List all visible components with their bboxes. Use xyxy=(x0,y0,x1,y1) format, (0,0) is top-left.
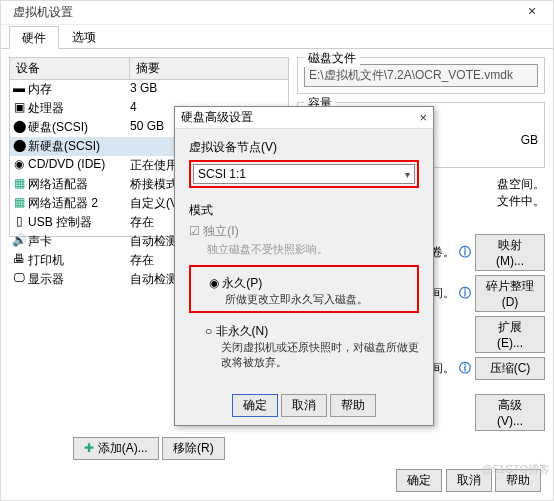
expand-button[interactable]: 扩展(E)... xyxy=(475,316,545,353)
modal-body: 虚拟设备节点(V) SCSI 1:1 ▾ 模式 ☑ 独立(I) 独立磁盘不受快照… xyxy=(175,129,433,380)
vnode-select[interactable]: SCSI 1:1 ▾ xyxy=(193,164,415,184)
info-icon: ⓘ xyxy=(459,360,471,377)
network-icon: ▦ xyxy=(10,195,28,212)
display-icon: 🖵 xyxy=(10,271,28,288)
disk-file-group: 磁盘文件 E:\虚拟机文件\7.2A\OCR_VOTE.vmdk xyxy=(297,57,545,94)
highlight-permanent: ◉ 永久(P) 所做更改立即永久写入磁盘。 xyxy=(189,265,419,313)
device-row[interactable]: ▬内存3 GB xyxy=(10,80,288,99)
modal-buttons: 确定 取消 帮助 xyxy=(175,394,433,417)
usb-icon: ▯ xyxy=(10,214,28,231)
map-button[interactable]: 映射(M)... xyxy=(475,234,545,271)
window-title: 虚拟机设置 xyxy=(13,4,73,21)
vnode-label: 虚拟设备节点(V) xyxy=(189,139,419,156)
add-button[interactable]: ✚ 添加(A)... xyxy=(73,437,158,460)
defrag-button[interactable]: 碎片整理(D) xyxy=(475,275,545,312)
compress-button[interactable]: 压缩(C) xyxy=(475,357,545,380)
close-icon[interactable]: × xyxy=(517,3,547,19)
nonpermanent-radio[interactable]: ○ 非永久(N) xyxy=(205,323,419,340)
disk-icon: ⬤ xyxy=(10,119,28,136)
info-icon: ⓘ xyxy=(459,285,471,302)
ok-button[interactable]: 确定 xyxy=(232,394,278,417)
tab-options[interactable]: 选项 xyxy=(59,25,109,48)
chevron-down-icon: ▾ xyxy=(405,169,410,180)
independent-desc: 独立磁盘不受快照影响。 xyxy=(207,242,419,257)
device-buttons: ✚ 添加(A)... 移除(R) xyxy=(9,437,289,460)
group-title: 磁盘文件 xyxy=(304,50,360,67)
titlebar: 虚拟机设置 × xyxy=(1,1,553,25)
sound-icon: 🔊 xyxy=(10,233,28,250)
disk-path: E:\虚拟机文件\7.2A\OCR_VOTE.vmdk xyxy=(304,64,538,87)
info-icon: ⓘ xyxy=(459,244,471,261)
modal-title: 硬盘高级设置 xyxy=(181,109,419,126)
remove-button[interactable]: 移除(R) xyxy=(162,437,225,460)
cpu-icon: ▣ xyxy=(10,100,28,117)
close-icon[interactable]: × xyxy=(419,110,427,125)
tab-hardware[interactable]: 硬件 xyxy=(9,26,59,49)
advanced-button[interactable]: 高级(V)... xyxy=(475,394,545,431)
col-device[interactable]: 设备 xyxy=(10,58,130,79)
memory-icon: ▬ xyxy=(10,81,28,98)
disk-advanced-dialog: 硬盘高级设置 × 虚拟设备节点(V) SCSI 1:1 ▾ 模式 ☑ 独立(I)… xyxy=(174,106,434,426)
vnode-value: SCSI 1:1 xyxy=(198,167,246,181)
nonpermanent-desc: 关闭虚拟机或还原快照时，对磁盘所做更改将被放弃。 xyxy=(221,340,419,370)
permanent-radio[interactable]: ◉ 永久(P) xyxy=(209,275,415,292)
cd-icon: ◉ xyxy=(10,157,28,174)
tabs: 硬件 选项 xyxy=(1,25,553,49)
highlight-vnode: SCSI 1:1 ▾ xyxy=(189,160,419,188)
ok-button[interactable]: 确定 xyxy=(396,469,442,492)
watermark: @51CTO博客 xyxy=(482,462,550,477)
independent-checkbox[interactable]: ☑ 独立(I) xyxy=(189,223,419,240)
cancel-button[interactable]: 取消 xyxy=(281,394,327,417)
mode-label: 模式 xyxy=(189,202,419,219)
device-list-header: 设备 摘要 xyxy=(10,58,288,80)
col-summary[interactable]: 摘要 xyxy=(130,58,288,79)
network-icon: ▦ xyxy=(10,176,28,193)
disk-icon: ⬤ xyxy=(10,138,28,155)
help-button[interactable]: 帮助 xyxy=(330,394,376,417)
plus-icon: ✚ xyxy=(84,441,94,455)
printer-icon: 🖶 xyxy=(10,252,28,269)
modal-titlebar: 硬盘高级设置 × xyxy=(175,107,433,129)
permanent-desc: 所做更改立即永久写入磁盘。 xyxy=(225,292,415,307)
